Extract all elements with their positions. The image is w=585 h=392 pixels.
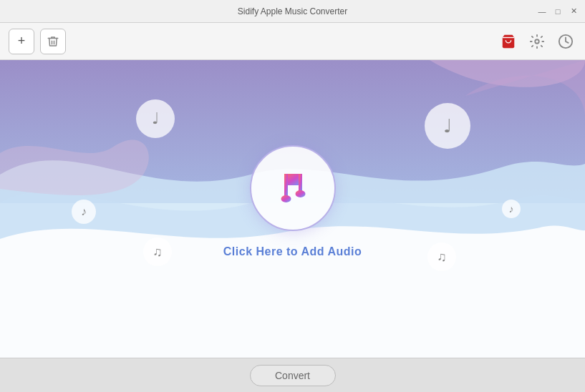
history-button[interactable] xyxy=(555,31,576,52)
app-title: Sidify Apple Music Converter xyxy=(238,6,347,16)
window-controls: — □ ✕ xyxy=(536,6,579,17)
toolbar: + xyxy=(0,23,585,60)
apple-music-icon xyxy=(271,167,314,210)
center-area[interactable]: Click Here to Add Audio xyxy=(0,60,585,358)
toolbar-right xyxy=(498,31,576,52)
delete-icon xyxy=(47,35,59,48)
convert-button[interactable]: Convert xyxy=(250,365,336,386)
svg-point-8 xyxy=(281,195,291,202)
add-button[interactable]: + xyxy=(9,29,34,54)
settings-button[interactable] xyxy=(526,31,548,52)
delete-button[interactable] xyxy=(40,29,66,54)
main-icon-circle xyxy=(250,145,336,231)
svg-rect-6 xyxy=(284,174,288,199)
bottom-bar: Convert xyxy=(0,358,585,392)
maximize-button[interactable]: □ xyxy=(552,6,564,17)
cart-icon xyxy=(501,34,516,49)
toolbar-left: + xyxy=(9,29,66,54)
close-button[interactable]: ✕ xyxy=(568,6,579,17)
settings-icon xyxy=(529,34,545,49)
title-bar: Sidify Apple Music Converter — □ ✕ xyxy=(0,0,585,23)
cart-button[interactable] xyxy=(498,31,519,52)
music-icon-container xyxy=(250,145,336,231)
svg-point-9 xyxy=(295,190,305,197)
main-content[interactable]: ♩ ♪ ♫ ♩ ♪ ♫ xyxy=(0,60,585,358)
add-audio-text[interactable]: Click Here to Add Audio xyxy=(223,245,362,258)
minimize-button[interactable]: — xyxy=(536,6,548,17)
history-icon xyxy=(558,34,574,49)
svg-point-1 xyxy=(535,39,539,44)
